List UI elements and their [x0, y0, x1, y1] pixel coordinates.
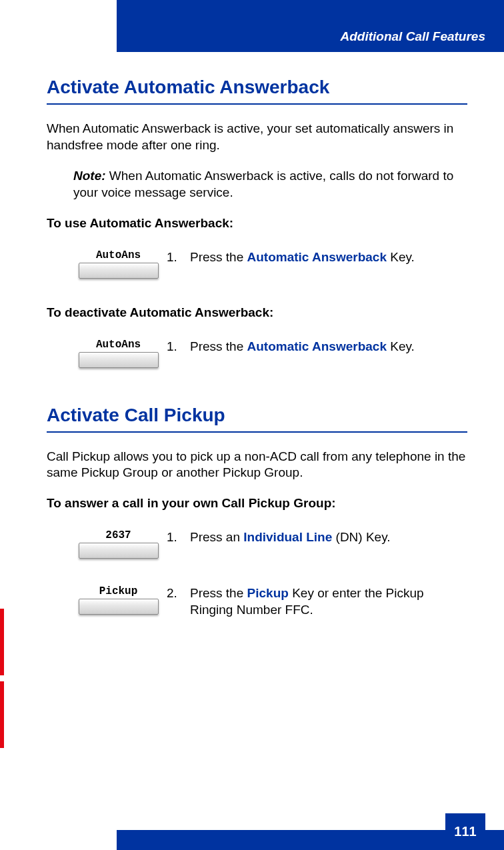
key-name: Pickup	[247, 586, 289, 600]
content-area: Activate Automatic Answerback When Autom…	[47, 63, 467, 645]
red-mark-1	[0, 609, 4, 675]
step-text: 1. Press the Automatic Answerback Key.	[167, 249, 467, 266]
key-label: 2637	[70, 529, 167, 541]
key-graphic-autoans-2: AutoAns	[70, 339, 167, 368]
page-number: 111	[454, 824, 476, 839]
deactivate-heading: To deactivate Automatic Answerback:	[47, 305, 467, 320]
key-label: Pickup	[70, 585, 167, 597]
step-row-deact: AutoAns 1. Press the Automatic Answerbac…	[70, 339, 467, 368]
soft-key-button[interactable]	[79, 543, 159, 559]
header-bar: Additional Call Features	[117, 0, 504, 52]
key-name: Automatic Answerback	[247, 339, 387, 353]
answer-heading: To answer a call in your own Call Pickup…	[47, 496, 467, 511]
key-graphic-pickup: Pickup	[70, 585, 167, 615]
section-heading-pickup: Activate Call Pickup	[47, 405, 467, 426]
soft-key-button[interactable]	[79, 599, 159, 615]
step-number: 1.	[167, 529, 190, 546]
step-row-use: AutoAns 1. Press the Automatic Answerbac…	[70, 249, 467, 279]
section-rule	[47, 431, 467, 433]
soft-key-button[interactable]	[79, 352, 159, 368]
section-heading-answerback: Activate Automatic Answerback	[47, 77, 467, 98]
step-body: Press an Individual Line (DN) Key.	[190, 529, 467, 546]
step-body: Press the Automatic Answerback Key.	[190, 249, 467, 266]
page-number-tab: 111	[445, 813, 485, 850]
step-number: 2.	[167, 585, 190, 618]
note-text: When Automatic Answerback is active, cal…	[73, 169, 453, 199]
key-name: Automatic Answerback	[247, 250, 387, 264]
step-number: 1.	[167, 249, 190, 266]
key-label: AutoAns	[70, 339, 167, 351]
step-body: Press the Pickup Key or enter the Pickup…	[190, 585, 467, 618]
step-text: 2. Press the Pickup Key or enter the Pic…	[167, 585, 467, 618]
intro-text-1: When Automatic Answerback is active, you…	[47, 121, 467, 153]
section-rule	[47, 103, 467, 105]
step-body: Press the Automatic Answerback Key.	[190, 339, 467, 355]
step-text: 1. Press the Automatic Answerback Key.	[167, 339, 467, 355]
intro-text-2: Call Pickup allows you to pick up a non-…	[47, 449, 467, 481]
key-graphic-autoans-1: AutoAns	[70, 249, 167, 279]
step-text: 1. Press an Individual Line (DN) Key.	[167, 529, 467, 546]
note-block: Note: When Automatic Answerback is activ…	[73, 168, 467, 201]
soft-key-button[interactable]	[79, 263, 159, 279]
header-title: Additional Call Features	[341, 29, 485, 44]
red-mark-2	[0, 681, 4, 748]
step-row-pickup-2: Pickup 2. Press the Pickup Key or enter …	[70, 585, 467, 618]
note-label: Note:	[73, 169, 106, 183]
use-heading: To use Automatic Answerback:	[47, 216, 467, 231]
key-graphic-2637: 2637	[70, 529, 167, 559]
step-number: 1.	[167, 339, 190, 355]
key-label: AutoAns	[70, 249, 167, 261]
key-name: Individual Line	[243, 530, 332, 544]
step-row-pickup-1: 2637 1. Press an Individual Line (DN) Ke…	[70, 529, 467, 559]
